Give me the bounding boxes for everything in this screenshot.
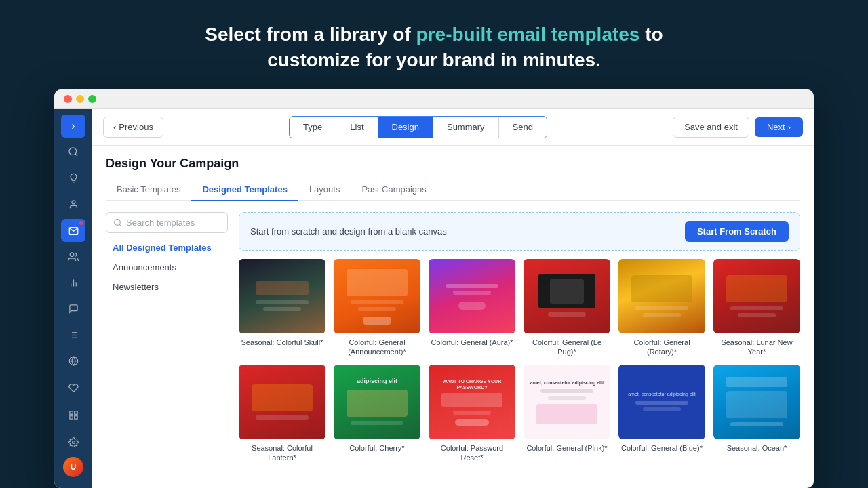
template-card-2[interactable]: Colorful: General (Aura)* [429, 259, 515, 357]
step-send[interactable]: Send [499, 117, 547, 138]
content-area: Design Your Campaign Basic Templates Des… [92, 146, 814, 488]
sidebar-icon-chevron[interactable]: › [61, 115, 85, 138]
hero-text-before: Select from a library of [205, 24, 416, 45]
browser-window: › [54, 89, 814, 488]
right-panel: Start from scratch and design from a bla… [239, 212, 800, 477]
template-thumb-1 [334, 259, 420, 333]
sidebar-icon-search[interactable] [61, 140, 85, 164]
scratch-text: Start from scratch and design from a bla… [250, 226, 447, 237]
category-all[interactable]: All Designed Templates [106, 239, 228, 257]
browser-dot-yellow[interactable] [76, 95, 84, 103]
svg-point-3 [70, 253, 73, 256]
browser-dot-red[interactable] [64, 95, 72, 103]
template-thumb-10: amet, consectetur adipiscing elit [618, 365, 705, 439]
hero-section: Select from a library of pre-built email… [170, 0, 698, 89]
template-name-9: Colorful: General (Pink)* [524, 443, 610, 453]
browser-dot-green[interactable] [88, 95, 96, 103]
sidebar-icon-heart[interactable] [61, 375, 85, 400]
sidebar-icon-gear[interactable] [61, 430, 85, 454]
save-exit-button[interactable]: Save and exit [673, 117, 749, 138]
prev-arrow-icon: ‹ [113, 122, 116, 132]
main-content: ‹ Previous Type List Design Summary Send… [92, 109, 814, 488]
svg-point-0 [69, 148, 77, 155]
sidebar-icon-lightbulb[interactable] [61, 167, 85, 190]
svg-rect-17 [74, 415, 77, 418]
search-placeholder: Search templates [126, 218, 195, 228]
next-arrow-icon: › [788, 122, 791, 132]
svg-rect-15 [69, 411, 72, 413]
template-name-2: Colorful: General (Aura)* [429, 338, 515, 347]
category-newsletters[interactable]: Newsletters [106, 278, 228, 296]
sidebar-icon-email[interactable] [61, 219, 85, 243]
browser-bar [54, 89, 814, 109]
template-card-4[interactable]: Colorful: General (Rotary)* [618, 259, 705, 357]
step-list[interactable]: List [336, 117, 378, 138]
template-name-8: Colorful: Password Reset* [429, 443, 515, 463]
page-title: Design Your Campaign [106, 157, 800, 171]
template-thumb-2 [429, 259, 515, 333]
start-from-scratch-button[interactable]: Start From Scratch [685, 221, 789, 242]
template-thumb-3 [524, 259, 610, 333]
sidebar-icon-user[interactable] [61, 192, 85, 216]
sidebar: › [54, 109, 92, 488]
svg-line-21 [119, 224, 121, 226]
category-list: All Designed Templates Announcements New… [106, 239, 228, 296]
template-card-11[interactable]: Seasonal: Ocean* [713, 365, 800, 463]
template-name-0: Seasonal: Colorful Skull* [239, 338, 326, 347]
search-box[interactable]: Search templates [106, 212, 228, 233]
svg-rect-18 [69, 415, 72, 418]
template-card-1[interactable]: Colorful: General (Announcement)* [334, 259, 420, 357]
tab-designed-templates[interactable]: Designed Templates [191, 179, 298, 201]
template-name-3: Colorful: General (Le Pug)* [524, 338, 610, 357]
template-card-6[interactable]: Seasonal: Colorful Lantern* [239, 365, 326, 463]
template-thumb-7: adipiscing elit [334, 365, 420, 439]
top-nav: ‹ Previous Type List Design Summary Send… [92, 109, 814, 146]
template-name-7: Colorful: Cherry* [334, 443, 420, 453]
template-thumb-11 [713, 365, 800, 439]
svg-line-1 [75, 155, 77, 157]
templates-grid: Seasonal: Colorful Skull* [239, 259, 800, 463]
svg-point-2 [72, 201, 75, 204]
category-announcements[interactable]: Announcements [106, 258, 228, 277]
next-button[interactable]: Next › [755, 117, 803, 137]
search-icon [113, 218, 122, 227]
sidebar-icon-globe[interactable] [61, 350, 85, 373]
tab-basic-templates[interactable]: Basic Templates [106, 179, 191, 201]
template-card-7[interactable]: adipiscing elit Colorful: Cherry* [334, 365, 420, 463]
tab-layouts[interactable]: Layouts [298, 179, 351, 201]
template-thumb-4 [618, 259, 705, 333]
avatar[interactable]: U [63, 457, 83, 477]
svg-point-20 [115, 219, 121, 225]
sidebar-icon-team[interactable] [61, 245, 85, 268]
template-card-10[interactable]: amet, consectetur adipiscing elit Colorf… [618, 365, 705, 463]
template-name-1: Colorful: General (Announcement)* [334, 338, 420, 357]
left-panel: Search templates All Designed Templates … [106, 212, 228, 296]
sidebar-icon-grid[interactable] [61, 403, 85, 427]
template-card-3[interactable]: Colorful: General (Le Pug)* [524, 259, 610, 357]
template-name-5: Seasonal: Lunar New Year* [713, 338, 800, 357]
tab-past-campaigns[interactable]: Past Campaigns [351, 179, 437, 201]
nav-steps: Type List Design Summary Send [289, 116, 547, 138]
template-card-8[interactable]: WANT TO CHANGE YOUR PASSWORD? Colorful: … [429, 365, 515, 463]
step-summary[interactable]: Summary [433, 117, 499, 138]
template-name-4: Colorful: General (Rotary)* [618, 338, 705, 357]
nav-right: Save and exit Next › [673, 117, 803, 138]
sidebar-icon-chat[interactable] [61, 297, 85, 321]
template-name-10: Colorful: General (Blue)* [618, 443, 705, 453]
template-card-9[interactable]: amet, consectetur adipiscing elit Colorf… [524, 365, 610, 463]
scratch-banner: Start from scratch and design from a bla… [239, 212, 800, 251]
step-design[interactable]: Design [378, 117, 433, 138]
hero-highlight: pre-built email templates [416, 24, 640, 45]
template-thumb-6 [239, 365, 326, 439]
previous-button[interactable]: ‹ Previous [103, 117, 163, 138]
template-card-5[interactable]: Seasonal: Lunar New Year* [713, 259, 800, 357]
sidebar-icon-chart[interactable] [61, 271, 85, 295]
sidebar-icon-list[interactable] [61, 323, 85, 347]
template-card-0[interactable]: Seasonal: Colorful Skull* [239, 259, 326, 357]
svg-rect-16 [74, 411, 77, 413]
template-thumb-8: WANT TO CHANGE YOUR PASSWORD? [429, 365, 515, 439]
step-type[interactable]: Type [290, 117, 336, 138]
template-thumb-9: amet, consectetur adipiscing elit [524, 365, 610, 439]
template-name-6: Seasonal: Colorful Lantern* [239, 443, 326, 463]
sidebar-bottom: U [61, 375, 85, 483]
